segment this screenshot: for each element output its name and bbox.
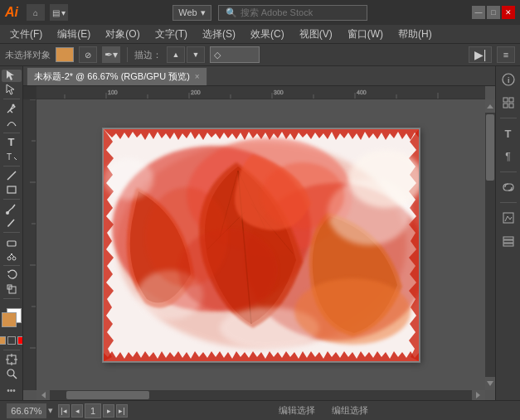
pen-tool[interactable] <box>2 103 22 115</box>
line-tool[interactable] <box>2 170 22 182</box>
svg-point-2 <box>12 104 14 107</box>
pencil-tool[interactable] <box>2 216 22 229</box>
vertical-scrollbar[interactable] <box>485 99 495 390</box>
svg-point-62 <box>104 158 153 200</box>
svg-rect-81 <box>503 244 513 246</box>
prev-page-button[interactable]: ◂ <box>71 404 83 418</box>
more-tools[interactable]: ••• <box>2 384 22 397</box>
menu-object[interactable]: 对象(O) <box>99 26 146 43</box>
svg-text:300: 300 <box>274 89 284 95</box>
type-tool[interactable]: T <box>2 136 22 148</box>
cc-libraries-button[interactable] <box>498 93 518 113</box>
title-bar: Ai ⌂ ▤ ▾ Web ▾ 🔍 — □ ✕ <box>0 0 520 25</box>
menu-type[interactable]: 文字(T) <box>148 26 194 43</box>
menu-edit[interactable]: 编辑(E) <box>51 26 97 43</box>
menu-help[interactable]: 帮助(H) <box>391 26 439 43</box>
small-stroke-swatch[interactable] <box>7 336 16 345</box>
stroke-up[interactable]: ▲ <box>167 46 185 63</box>
paragraph-panel-button[interactable]: ¶ <box>498 147 518 167</box>
stroke-down[interactable]: ▼ <box>187 46 205 63</box>
shape-tool[interactable] <box>2 183 22 196</box>
home-button[interactable]: ⌂ <box>27 4 45 21</box>
rotate-tool[interactable] <box>2 269 22 282</box>
zoom-input[interactable] <box>7 403 46 418</box>
svg-point-65 <box>145 187 228 287</box>
layers-panel-button[interactable] <box>498 231 518 251</box>
info-panel-button[interactable]: i <box>498 70 518 89</box>
menu-window[interactable]: 窗口(W) <box>341 26 390 43</box>
group-selection-link[interactable]: 编组选择 <box>332 404 368 417</box>
search-icon: 🔍 <box>226 7 237 18</box>
menu-effect[interactable]: 效果(C) <box>244 26 291 43</box>
svg-line-4 <box>7 171 16 180</box>
stroke-label: 描边： <box>134 49 162 61</box>
image-trace-button[interactable] <box>498 208 518 228</box>
next-page-button[interactable]: ▸ <box>103 404 114 418</box>
svg-rect-41 <box>23 99 36 390</box>
svg-point-67 <box>294 278 411 345</box>
svg-text:400: 400 <box>357 89 367 95</box>
curvature-tool[interactable] <box>2 117 22 129</box>
tool-separator-1 <box>3 99 20 99</box>
zoom-tool[interactable] <box>2 368 22 380</box>
status-center: 编辑选择 编组选择 <box>133 404 513 417</box>
color-swatch-area <box>2 306 22 330</box>
scroll-right-button[interactable] <box>472 390 485 400</box>
first-page-button[interactable]: |◂ <box>58 404 70 418</box>
svg-rect-80 <box>503 240 513 243</box>
svg-rect-5 <box>7 186 16 193</box>
arrange-button[interactable]: ▶| <box>469 46 492 63</box>
selection-tool[interactable] <box>2 70 22 82</box>
touch-type-tool[interactable]: T <box>2 150 22 162</box>
scroll-up-button[interactable] <box>485 99 495 113</box>
scroll-down-button[interactable] <box>485 377 495 390</box>
document-tab[interactable]: 未标题-2* @ 66.67% (RGB/GPU 预览) × <box>27 67 207 85</box>
svg-rect-24 <box>23 86 485 99</box>
last-page-button[interactable]: ▸| <box>116 404 128 418</box>
foreground-swatch[interactable] <box>2 312 17 327</box>
close-button[interactable]: ✕ <box>502 6 515 19</box>
svg-rect-79 <box>503 237 513 239</box>
tool-separator-7 <box>3 298 20 299</box>
fill-none-button[interactable]: ⊘ <box>79 46 97 63</box>
tab-close-button[interactable]: × <box>195 72 200 81</box>
panel-menu[interactable]: ≡ <box>497 46 515 63</box>
web-dropdown[interactable]: Web ▾ <box>173 5 211 21</box>
type-panel-button[interactable]: T <box>498 123 518 143</box>
hscroll-thumb[interactable] <box>66 391 149 399</box>
fill-swatch[interactable] <box>56 47 74 62</box>
ruler-corner <box>23 86 36 99</box>
menu-view[interactable]: 视图(V) <box>293 26 339 43</box>
layout-dropdown[interactable]: ▤ ▾ <box>50 4 68 21</box>
scale-tool[interactable] <box>2 282 22 295</box>
search-input[interactable] <box>241 7 357 17</box>
brush-tool-options[interactable]: ✒▾ <box>102 46 120 63</box>
canvas-frame <box>103 128 420 362</box>
menu-file[interactable]: 文件(F) <box>3 26 49 43</box>
edit-selection-link[interactable]: 编辑选择 <box>279 404 315 417</box>
small-fill-swatch[interactable] <box>0 336 6 345</box>
main-area: T T <box>0 66 520 400</box>
paintbrush-tool[interactable] <box>2 203 22 215</box>
horizontal-scrollbar[interactable] <box>36 390 485 400</box>
eraser-tool[interactable] <box>2 236 22 249</box>
canvas-area: 未标题-2* @ 66.67% (RGB/GPU 预览) × 0 100 <box>23 66 495 400</box>
zoom-dropdown-icon[interactable]: ▾ <box>48 405 53 416</box>
scissors-tool[interactable] <box>2 249 22 262</box>
small-color2[interactable] <box>17 336 24 345</box>
title-controls: — □ ✕ <box>472 6 515 19</box>
menu-select[interactable]: 选择(S) <box>196 26 242 43</box>
panel-separator-3 <box>500 202 517 203</box>
canvas-viewport[interactable]: 0 100 200 300 400 <box>23 86 495 400</box>
minimize-button[interactable]: — <box>472 6 485 19</box>
page-number-input[interactable] <box>85 403 101 418</box>
direct-selection-tool[interactable] <box>2 84 22 96</box>
svg-marker-1 <box>7 84 14 94</box>
left-toolbar: T T <box>0 66 23 400</box>
artboard-tool[interactable] <box>2 354 22 366</box>
status-bar: ▾ |◂ ◂ ▸ ▸| 编辑选择 编组选择 <box>0 400 520 420</box>
link-panel-button[interactable] <box>498 177 518 197</box>
vscroll-thumb[interactable] <box>486 114 494 181</box>
scroll-left-button[interactable] <box>36 390 50 400</box>
maximize-button[interactable]: □ <box>487 6 500 19</box>
